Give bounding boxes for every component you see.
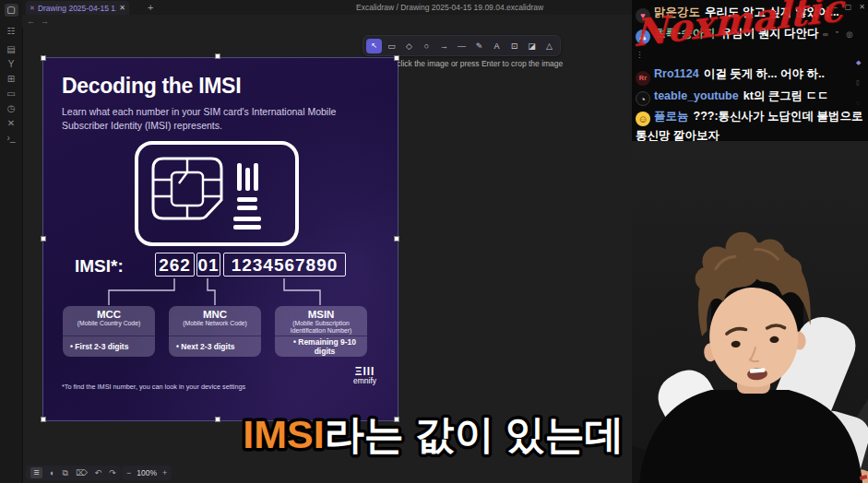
screen: ▢ ☷ ▤ Y ⊞ ▭ ◷ ✕ ›_ ✕ Drawing 2025-04-15 … xyxy=(0,0,868,483)
chat-message: RrRro1124이걸 듯게 하... 어야 하.. xyxy=(632,65,868,86)
card-subtitle: (Mobile Network Code) xyxy=(169,320,261,327)
resize-handle-mr[interactable] xyxy=(394,236,399,242)
extensions-icon[interactable]: ⊞ xyxy=(0,73,22,86)
activity-bar: ▢ ☷ ▤ Y ⊞ ▭ ◷ ✕ ›_ xyxy=(0,0,23,483)
connector-lines xyxy=(43,58,398,420)
theme-icon[interactable]: ◐ xyxy=(50,468,54,477)
file-icon[interactable]: ▤ xyxy=(0,43,22,56)
arrow-tool[interactable]: → xyxy=(436,39,452,53)
menu-icon[interactable]: ☰ xyxy=(30,467,42,478)
resize-handle-ml[interactable] xyxy=(41,236,46,242)
text-tool[interactable]: A xyxy=(489,39,505,53)
card-title: MCC xyxy=(63,309,155,320)
smiley-avatar-icon: ☺ xyxy=(636,112,650,126)
resize-handle-bl[interactable] xyxy=(41,417,46,422)
webcam-view xyxy=(632,141,868,483)
close-icon[interactable]: ✕ xyxy=(859,3,865,11)
tab-close-icon[interactable]: ✕ xyxy=(119,4,125,12)
excalidraw-toolbar: ↖ ▭ ◇ ○ → — ✎ A ⊡ ◪ △ xyxy=(363,35,561,56)
history-icon[interactable]: ◷ xyxy=(0,102,22,115)
tab-title: Drawing 2025-04-15 1... xyxy=(38,4,116,13)
card-detail: • Remaining 9-10 digits xyxy=(275,336,367,357)
chat-username: 초록-송아지 xyxy=(654,27,716,40)
rr-avatar-icon: Rr xyxy=(636,71,650,86)
subtitle-caption: IMSI라는 값이 있는데 xyxy=(208,403,660,465)
edge-icons: ◆▯◌ xyxy=(856,59,861,106)
resize-handle-tm[interactable] xyxy=(215,53,220,59)
chat-text: 유심이 뭔지 다안다 xyxy=(720,27,819,40)
chat-username: 플로늄 xyxy=(654,110,689,123)
chat-username: teable_youtube xyxy=(654,89,739,102)
breadcrumb[interactable]: Excalidraw / Drawing 2025-04-15 19.09.04… xyxy=(356,3,543,12)
msin-card: MSIN (Mobile Subscription Identification… xyxy=(275,306,367,357)
emnify-name: emnify xyxy=(353,377,376,385)
person-avatar-icon: ♟ xyxy=(636,29,650,44)
panel-icon[interactable]: ▭ xyxy=(0,88,22,100)
explorer-icon[interactable]: ▢ xyxy=(0,4,22,17)
shapes-tool[interactable]: △ xyxy=(541,39,557,53)
mcc-card: MCC (Mobile Country Code) • First 2-3 di… xyxy=(63,306,155,357)
imsi-infographic: Decoding the IMSI Learn what each number… xyxy=(43,58,398,420)
zoom-out-button[interactable]: − xyxy=(126,468,131,477)
infographic-footnote: *To find the IMSI number, you can look i… xyxy=(62,383,245,391)
card-subtitle: (Mobile Country Code) xyxy=(63,320,155,327)
chat-username: Rro1124 xyxy=(654,67,699,80)
nav-back-icon[interactable]: ← xyxy=(27,17,35,26)
draw-tool[interactable]: ✎ xyxy=(471,39,487,53)
selected-image[interactable]: Decoding the IMSI Learn what each number… xyxy=(43,58,398,420)
rectangle-tool[interactable]: ▭ xyxy=(384,39,399,53)
trash-icon[interactable]: ⌦ xyxy=(76,468,88,477)
excalidraw-file-icon: ✕ xyxy=(30,5,35,12)
resize-handle-tr[interactable] xyxy=(394,55,399,61)
resize-handle-tl[interactable] xyxy=(41,55,46,61)
zoom-controls: − 100% + xyxy=(122,465,172,480)
chat-text: kt의 큰그림 ㄷㄷ xyxy=(743,89,829,102)
chat-message: ☺플로늄???:통신사가 노답인데 불법으로 통신망 깔아보자 xyxy=(632,107,868,145)
ellipse-tool[interactable]: ○ xyxy=(419,39,434,53)
nav-forward-icon[interactable]: → xyxy=(41,17,49,26)
card-detail: • Next 2-3 digits xyxy=(169,336,261,357)
selection-tool[interactable]: ↖ xyxy=(366,39,382,53)
chat-message: ◔teable_youtubekt의 큰그림 ㄷㄷ xyxy=(632,87,868,106)
restore-icon[interactable]: ▢ xyxy=(845,3,852,11)
copy-icon[interactable]: ⧉ xyxy=(62,468,67,478)
card-title: MNC xyxy=(169,309,261,320)
tab-drawing[interactable]: ✕ Drawing 2025-04-15 1... ✕ xyxy=(26,1,129,15)
card-detail: • First 2-3 digits xyxy=(63,336,155,357)
image-tool[interactable]: ⊡ xyxy=(506,39,522,53)
caption-rest: 라는 값이 있는데 xyxy=(325,412,624,456)
card-title: MSIN xyxy=(275,309,367,320)
heart-avatar-icon: ♥ xyxy=(636,8,650,23)
chat-message: ♟초록-송아지유심이 뭔지 다안다∞ ” ◎ ⋮ xyxy=(632,24,868,64)
card-subtitle: (Mobile Subscription Identification Numb… xyxy=(275,320,367,335)
live-chat-panel: — ▢ ✕ ♥맑은강도우리도 알고 싶지 않았어... ♟초록-송아지유심이 뭔… xyxy=(632,0,868,141)
outline-icon[interactable]: ☷ xyxy=(0,25,22,38)
streamer-portrait xyxy=(632,141,868,483)
diamond-tool[interactable]: ◇ xyxy=(401,39,417,53)
canvas-status-bar: ☰ ◐ ⧉ ⌦ ↶ ↷ xyxy=(26,465,121,480)
mnc-card: MNC (Mobile Network Code) • Next 2-3 dig… xyxy=(169,306,261,357)
chat-text: 이걸 듯게 하... 어야 하.. xyxy=(704,67,825,80)
zoom-level[interactable]: 100% xyxy=(137,468,157,477)
emnify-brand: ΞIII emnify xyxy=(353,366,376,385)
svg-text:IMSI라는 값이 있는데: IMSI라는 값이 있는데 xyxy=(243,412,624,456)
new-tab-button[interactable]: + xyxy=(148,1,153,14)
redo-icon[interactable]: ↷ xyxy=(109,468,116,477)
zoom-in-button[interactable]: + xyxy=(162,468,167,477)
undo-icon[interactable]: ↶ xyxy=(95,468,102,477)
terminal-icon[interactable]: ›_ xyxy=(0,132,22,145)
caption-highlight: IMSI xyxy=(243,412,324,456)
eraser-tool[interactable]: ◪ xyxy=(524,39,540,53)
line-tool[interactable]: — xyxy=(454,39,470,53)
chat-window-controls: — ▢ ✕ xyxy=(830,3,865,11)
excalidraw-icon[interactable]: ✕ xyxy=(0,117,22,130)
source-control-icon[interactable]: Y xyxy=(0,58,22,71)
minimize-icon[interactable]: — xyxy=(830,3,838,11)
logo-avatar-icon: ◔ xyxy=(636,91,650,106)
chat-username: 맑은강도 xyxy=(654,6,700,18)
chat-text: 우리도 알고 싶지 않았어... xyxy=(705,6,839,18)
